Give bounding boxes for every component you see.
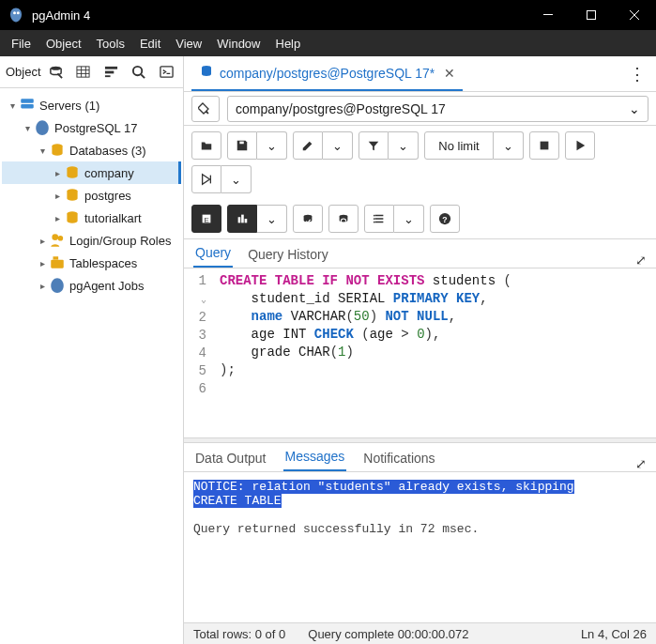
object-browser-panel: Object ▾Servers (1) ▾PostgreSQL 17 ▾Data… (0, 56, 184, 644)
message-notice: NOTICE: relation "students" already exis… (193, 480, 574, 494)
help-button[interactable]: ? (430, 205, 460, 233)
connection-status-icon[interactable] (191, 96, 220, 122)
svg-point-4 (51, 67, 61, 70)
tree-servers[interactable]: ▾Servers (1) (2, 94, 181, 116)
svg-point-1 (17, 11, 20, 14)
status-rows: Total rows: 0 of 0 (193, 627, 285, 641)
rollback-button[interactable] (328, 205, 359, 233)
pgadmin-logo-icon (8, 7, 24, 23)
svg-rect-12 (21, 104, 34, 109)
limit-selector[interactable]: No limit (424, 131, 494, 160)
svg-rect-20 (53, 256, 59, 259)
tree-db-tutorialkart[interactable]: ▸tutorialkart (2, 207, 181, 229)
svg-rect-28 (245, 219, 248, 222)
menu-edit[interactable]: Edit (134, 35, 166, 53)
svg-rect-26 (238, 218, 241, 223)
filter-rows-icon[interactable] (99, 60, 124, 84)
menu-help[interactable]: Help (270, 35, 307, 53)
tab-query-history[interactable]: Query History (246, 241, 330, 268)
menu-object[interactable]: Object (40, 35, 87, 53)
svg-rect-22 (239, 142, 243, 145)
close-tab-icon[interactable]: ✕ (444, 66, 455, 81)
menu-tools[interactable]: Tools (91, 35, 130, 53)
query-tool-panel: company/postgres@PostgreSQL 17* ✕ ⋮ comp… (184, 56, 656, 644)
tab-notifications[interactable]: Notifications (361, 445, 436, 471)
tab-menu-icon[interactable]: ⋮ (626, 64, 648, 84)
editor-tabbar: company/postgres@PostgreSQL 17* ✕ ⋮ (184, 56, 656, 92)
tree-db-company[interactable]: ▸company (2, 161, 181, 184)
object-tree[interactable]: ▾Servers (1) ▾PostgreSQL 17 ▾Databases (… (0, 88, 183, 644)
macros-dropdown[interactable]: ⌄ (257, 205, 287, 233)
chevron-down-icon: ⌄ (629, 101, 640, 116)
explain-analyze-button[interactable]: E (191, 205, 221, 233)
open-file-button[interactable] (191, 131, 221, 160)
commit-button[interactable] (293, 205, 323, 233)
tree-databases[interactable]: ▾Databases (3) (2, 139, 181, 161)
connection-selector[interactable]: company/postgres@PostgreSQL 17 ⌄ (227, 96, 648, 122)
window-close-button[interactable] (613, 0, 656, 30)
sql-editor[interactable]: 1 ⌄ 2 3 4 5 6 CREATE TABLE IF NOT EXISTS… (184, 268, 656, 437)
tab-messages[interactable]: Messages (283, 443, 347, 471)
connection-value: company/postgres@PostgreSQL 17 (236, 101, 446, 116)
query-tool-icon[interactable] (43, 60, 69, 84)
svg-rect-6 (105, 67, 117, 69)
macros-button[interactable] (227, 205, 257, 233)
svg-rect-19 (51, 260, 64, 268)
menu-view[interactable]: View (170, 35, 207, 53)
svg-rect-2 (543, 14, 553, 15)
edit-dropdown[interactable]: ⌄ (323, 131, 353, 160)
menu-window[interactable]: Window (211, 35, 266, 53)
expand-editor-icon[interactable]: ⤢ (635, 253, 647, 268)
filter-dropdown[interactable]: ⌄ (389, 131, 419, 160)
explain-button[interactable] (191, 165, 221, 193)
expand-results-icon[interactable]: ⤢ (635, 456, 647, 471)
indent-button[interactable] (364, 205, 394, 233)
svg-point-17 (52, 234, 58, 240)
editor-tab[interactable]: company/postgres@PostgreSQL 17* ✕ (191, 57, 463, 91)
query-tabs: Query Query History ⤢ (184, 239, 656, 268)
window-title: pgAdmin 4 (32, 8, 526, 23)
window-minimize-button[interactable] (526, 0, 570, 30)
sql-code[interactable]: CREATE TABLE IF NOT EXISTS students ( st… (212, 268, 519, 437)
tree-tablespaces[interactable]: ▸Tablespaces (2, 252, 181, 274)
edit-button[interactable] (293, 131, 323, 160)
svg-rect-11 (21, 99, 34, 103)
sidebar-toolbar: Object (0, 56, 183, 88)
svg-rect-8 (105, 75, 111, 77)
tree-server-pg17[interactable]: ▾PostgreSQL 17 (2, 116, 181, 139)
psql-icon[interactable] (154, 60, 179, 84)
messages-panel[interactable]: NOTICE: relation "students" already exis… (184, 472, 656, 622)
save-dropdown[interactable]: ⌄ (257, 131, 287, 160)
tree-db-postgres[interactable]: ▸postgres (2, 184, 181, 207)
connection-row: company/postgres@PostgreSQL 17 ⌄ (184, 92, 656, 126)
view-data-icon[interactable] (70, 60, 96, 84)
filter-button[interactable] (359, 131, 389, 160)
line-gutter: 1 ⌄ 2 3 4 5 6 (184, 268, 212, 437)
limit-dropdown[interactable]: ⌄ (494, 131, 524, 160)
svg-point-18 (58, 236, 64, 241)
tab-data-output[interactable]: Data Output (193, 445, 268, 471)
message-success: Query returned successfully in 72 msec. (193, 522, 647, 536)
explain-dropdown[interactable]: ⌄ (221, 165, 252, 193)
indent-dropdown[interactable]: ⌄ (394, 205, 424, 233)
status-cursor: Ln 4, Col 26 (581, 627, 647, 641)
search-icon[interactable] (126, 60, 151, 84)
tree-login-roles[interactable]: ▸Login/Group Roles (2, 229, 181, 252)
status-bar: Total rows: 0 of 0 Query complete 00:00:… (184, 622, 656, 644)
svg-point-31 (374, 215, 375, 217)
status-complete: Query complete 00:00:00.072 (308, 627, 468, 641)
message-create-table: CREATE TABLE (193, 494, 282, 508)
svg-point-0 (13, 11, 16, 14)
window-maximize-button[interactable] (570, 0, 613, 30)
tab-query[interactable]: Query (193, 239, 233, 268)
database-icon (199, 64, 214, 82)
tree-pgagent-jobs[interactable]: ▸pgAgent Jobs (2, 274, 181, 297)
stop-button[interactable] (529, 131, 559, 160)
menu-file[interactable]: File (6, 35, 37, 53)
save-button[interactable] (227, 131, 257, 160)
menubar: File Object Tools Edit View Window Help (0, 30, 656, 56)
svg-rect-7 (105, 71, 114, 74)
svg-point-9 (133, 67, 142, 75)
execute-button[interactable] (565, 131, 595, 160)
editor-tab-label: company/postgres@PostgreSQL 17* (220, 66, 435, 81)
